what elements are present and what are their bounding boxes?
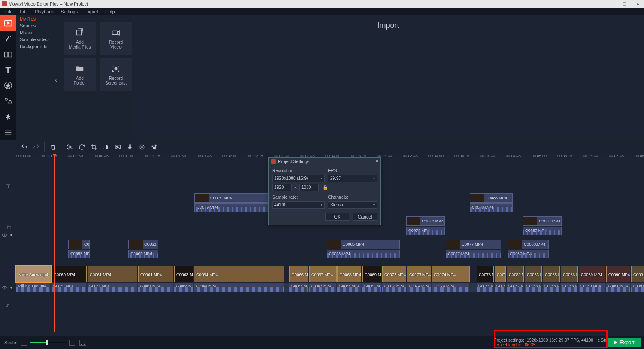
audio-segment[interactable]: C0068.MP4 [337,283,361,292]
audio-clip[interactable]: C0065.MP4 [327,250,400,258]
clip[interactable]: C0088.MP4 [470,193,513,203]
category-backgrounds[interactable]: Backgrounds [16,43,59,50]
video-clip[interactable]: C0089.MP4 [579,266,605,282]
add-folder-tile[interactable]: AddFolder [64,58,96,91]
clip[interactable]: C0058.MP4 [68,240,90,249]
audio-segment[interactable]: C0082.MP4 [507,283,524,292]
menu-help[interactable]: Help [102,9,118,14]
clip[interactable]: C0065.MP4 [327,240,400,249]
category-sounds[interactable]: Sounds [16,22,59,29]
category-my-files[interactable]: My files [16,15,59,22]
clip[interactable]: C0070.MP4 [406,216,445,226]
audio-segment[interactable]: Miike Snow.mp4 [16,283,51,292]
video-clip[interactable]: C0078.MP4 [495,266,506,282]
audio-segment[interactable]: C0063.MP4 [174,283,193,292]
cancel-button[interactable]: Cancel [353,213,377,221]
clip-properties-button[interactable] [137,142,147,152]
video-clip[interactable]: C0063.MP4 [174,266,193,282]
audio-segment[interactable]: C0076.MP4 [477,283,494,292]
audio-segment[interactable]: C0078.MP4 [495,283,506,292]
project-settings-status[interactable]: Project settings: 1920x1080 16:9 29,97 F… [494,336,605,349]
close-button[interactable]: ✕ [631,0,644,8]
tab-stickers[interactable] [0,78,16,93]
fps-select[interactable]: 29.97 [328,175,377,182]
audio-segment[interactable]: C0061.MP4 [88,283,137,292]
picture-button[interactable] [112,142,123,152]
equalizer-button[interactable] [149,142,159,152]
height-input[interactable]: 1080 [299,184,319,191]
audio-segment[interactable]: C0083.MP4 [525,283,542,292]
clip[interactable]: C0087.MP4 [523,216,562,226]
lock-aspect-icon[interactable]: 🔒 [323,185,328,191]
video-clip[interactable]: C0061.MP4 [88,266,137,282]
samplerate-select[interactable]: 44100 [272,201,325,209]
video-visibility[interactable] [0,285,16,291]
width-input[interactable]: 1920 [272,184,292,191]
overlay-visibility[interactable] [0,232,16,238]
audio-segment[interactable]: C0069.MP4 [362,283,381,292]
audio-segment[interactable]: C0060.MP4 [52,283,87,292]
video-clip[interactable]: C0076.MP4 [477,266,494,282]
minimize-button[interactable]: ─ [605,0,618,8]
zoom-out-button[interactable]: − [21,340,27,346]
modal-close-button[interactable]: ✕ [375,158,379,164]
color-adjust-button[interactable] [100,142,111,152]
audio-segment[interactable]: C0067.MP4 [309,283,337,292]
video-clip[interactable]: Miike Snow.mp4 [16,266,51,282]
record-voice-button[interactable] [125,142,135,152]
crop-button[interactable] [88,142,99,152]
audio-segment[interactable]: C0090.MP4 [606,283,630,292]
menu-file[interactable]: File [2,9,16,14]
video-clip[interactable]: C0090.MP4 [606,266,630,282]
audio-clip[interactable]: C0070.MP4 [406,227,445,235]
audio-clip[interactable]: C0080.MP4 [508,250,549,258]
audio-segment[interactable]: C0072.MP4 [382,283,406,292]
tab-titles[interactable] [0,62,16,78]
tab-animation[interactable] [0,109,16,124]
audio-segment[interactable]: C0086.MP4 [561,283,578,292]
video-clip[interactable]: C0072.MP4 [382,266,406,282]
video-clip[interactable]: C0068.MP4 [337,266,361,282]
resolution-select[interactable]: 1920x1080 (16:9) [272,175,325,182]
zoom-in-button[interactable]: + [69,340,75,346]
export-button[interactable]: Export [608,338,641,347]
audio-segment[interactable]: C0074.MP4 [432,283,470,292]
video-clip[interactable]: C0074.MP4 [432,266,470,282]
add-media-tile[interactable]: AddMedia Files [64,22,96,55]
video-clip[interactable]: C0082.MP4 [507,266,524,282]
menu-edit[interactable]: Edit [16,9,31,14]
menu-settings[interactable]: Settings [57,9,81,14]
video-clip[interactable]: C0083.MP4 [525,266,542,282]
record-video-tile[interactable]: RecordVideo [100,22,132,55]
menu-export[interactable]: Export [81,9,102,14]
audio-segment[interactable]: C0091.MP4 [631,283,644,292]
text-track-icon[interactable] [0,183,16,189]
audio-clip[interactable]: C0087.MP4 [523,227,562,235]
collapse-panel-icon[interactable]: ‹ [55,76,57,83]
tab-transitions[interactable] [0,47,16,62]
menu-playback[interactable]: Playback [31,9,58,14]
audio-clip[interactable]: C0062.MP4 [128,250,158,258]
audio-clip[interactable]: C0077.MP4 [446,250,501,258]
playhead[interactable] [54,154,55,332]
rotate-button[interactable] [76,142,87,152]
channels-select[interactable]: Stereo [328,201,377,209]
ok-button[interactable]: OK [325,213,349,221]
video-clip[interactable]: C0067.MP4 [309,266,337,282]
audio-segment[interactable]: C0066.MP4 [289,283,308,292]
video-clip[interactable]: C0086.MP4 [561,266,578,282]
clip[interactable]: C0080.MP4 [508,240,549,249]
audio-clip[interactable]: C0058.MP4 [68,250,90,258]
redo-button[interactable] [31,142,41,152]
video-clip[interactable]: C0091.MP4 [631,266,644,282]
audio-segment[interactable]: C0073.MP4 [407,283,431,292]
video-clip[interactable]: C0061.MP4 [138,266,173,282]
video-clip[interactable]: C0060.MP4 [52,266,87,282]
audio-segment[interactable]: C0085.MP4 [543,283,560,292]
undo-button[interactable] [19,142,29,152]
tab-import[interactable] [0,15,16,31]
category-music[interactable]: Music [16,29,59,36]
split-button[interactable] [64,142,75,152]
category-sample-video[interactable]: Sample video [16,36,59,43]
video-clip[interactable]: C0073.MP4 [407,266,431,282]
